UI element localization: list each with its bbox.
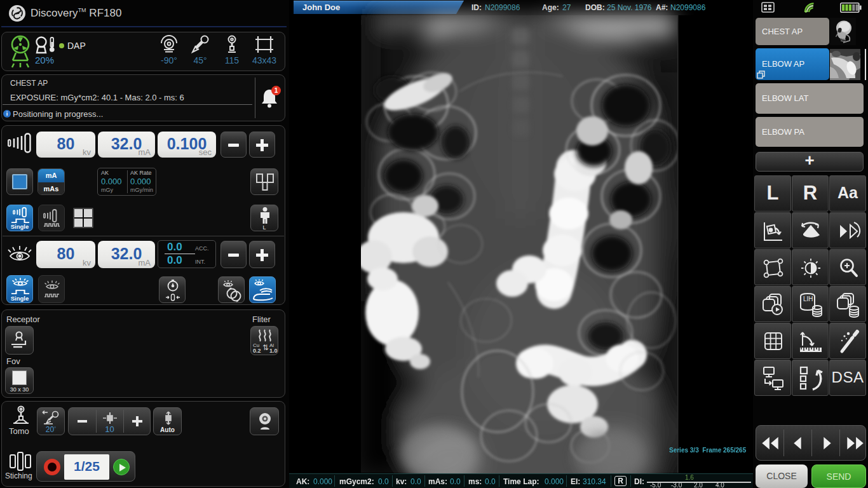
svg-text:LIH: LIH [803,295,813,302]
